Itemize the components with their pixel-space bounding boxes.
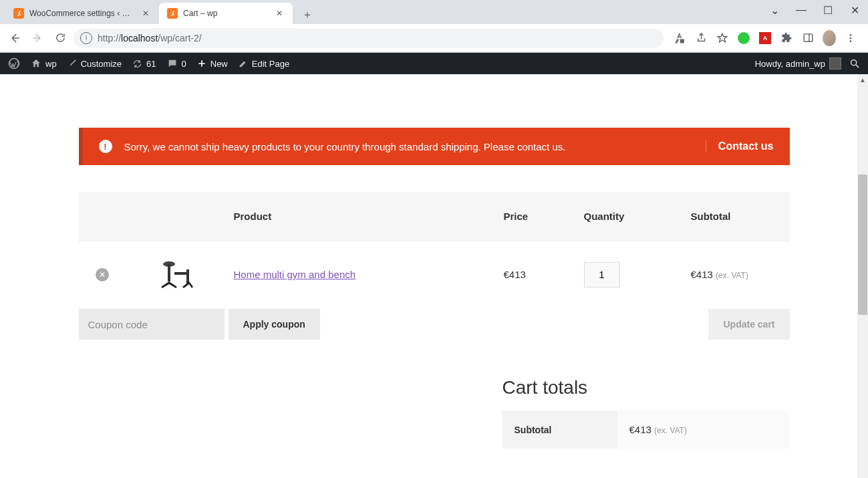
tab-close-icon[interactable]: ✕ — [274, 8, 285, 19]
updates-link[interactable]: 61 — [132, 59, 156, 69]
col-thumb-header — [126, 192, 226, 241]
col-price-header: Price — [496, 192, 576, 241]
col-remove-header — [79, 192, 126, 241]
window-maximize-icon[interactable]: ☐ — [820, 4, 836, 17]
search-toggle[interactable] — [849, 58, 860, 69]
sidepanel-icon[interactable] — [801, 31, 815, 45]
customize-link[interactable]: Customize — [67, 59, 122, 69]
reload-button[interactable] — [51, 29, 69, 47]
reload-icon — [55, 32, 66, 43]
window-minimize-icon[interactable]: — — [793, 4, 809, 17]
totals-subtotal-label: Subtotal — [502, 410, 617, 449]
extension-green-icon[interactable] — [737, 31, 750, 45]
site-info-icon[interactable]: i — [80, 32, 92, 44]
page-content: ! Sorry, we cannot ship heavy products t… — [79, 74, 790, 449]
col-subtotal-header: Subtotal — [683, 192, 790, 241]
coupon-code-input[interactable] — [79, 309, 225, 340]
pencil-icon — [239, 59, 248, 68]
toolbar-extensions: A — [668, 31, 863, 45]
cart-row: ✕ — [79, 241, 790, 308]
tab-strip: ﾒ WooCommerce settings ‹ wp — W ✕ ﾒ Cart… — [0, 0, 868, 24]
translate-icon[interactable] — [673, 31, 686, 45]
forward-button[interactable] — [28, 29, 47, 47]
svg-point-6 — [851, 60, 857, 66]
extension-pdf-icon[interactable]: A — [758, 31, 772, 45]
howdy-user[interactable]: Howdy, admin_wp — [755, 57, 841, 70]
tab-title: Cart – wp — [183, 9, 269, 18]
site-name-link[interactable]: wp — [31, 58, 57, 69]
tab-cart[interactable]: ﾒ Cart – wp ✕ — [159, 3, 293, 24]
new-tab-button[interactable]: ＋ — [298, 5, 317, 24]
profile-avatar[interactable] — [823, 31, 836, 45]
wp-admin-bar: wp Customize 61 0 New Edit Page Howdy, a… — [0, 53, 868, 74]
url-text: http://localhost/wp/cart-2/ — [98, 33, 202, 43]
extensions-puzzle-icon[interactable] — [780, 31, 793, 45]
comments-link[interactable]: 0 — [167, 58, 186, 69]
back-arrow-icon — [9, 32, 21, 44]
cart-actions-row: Apply coupon Update cart — [79, 309, 790, 340]
forward-arrow-icon — [31, 32, 43, 44]
col-quantity-header: Quantity — [576, 192, 683, 241]
window-close-icon[interactable]: ✕ — [847, 4, 863, 17]
plus-icon — [197, 59, 206, 68]
window-dropdown-icon[interactable]: ⌄ — [766, 4, 782, 17]
user-avatar-icon — [829, 57, 841, 70]
new-label: New — [210, 59, 228, 69]
remove-item-button[interactable]: ✕ — [96, 268, 109, 281]
share-icon[interactable] — [694, 31, 708, 45]
home-icon — [31, 58, 41, 69]
product-name-link[interactable]: Home multi gym and bench — [234, 269, 356, 280]
back-button[interactable] — [5, 29, 24, 47]
new-link[interactable]: New — [197, 59, 228, 69]
comment-icon — [167, 58, 178, 69]
refresh-icon — [132, 59, 142, 69]
update-cart-button[interactable]: Update cart — [708, 309, 789, 340]
window-controls: ⌄ — ☐ ✕ — [766, 4, 863, 17]
tab-woocommerce-settings[interactable]: ﾒ WooCommerce settings ‹ wp — W ✕ — [5, 3, 159, 24]
address-bar-row: i http://localhost/wp/cart-2/ A — [0, 24, 868, 52]
address-bar[interactable]: i http://localhost/wp/cart-2/ — [74, 28, 664, 48]
svg-point-4 — [850, 40, 852, 42]
edit-page-label: Edit Page — [252, 59, 289, 69]
totals-subtotal-value: €413 (ex. VAT) — [617, 410, 790, 449]
cart-totals-table: Subtotal €413 (ex. VAT) — [502, 410, 790, 449]
wp-logo[interactable] — [8, 57, 20, 70]
svg-point-2 — [850, 34, 852, 36]
cart-totals-heading: Cart totals — [502, 377, 790, 398]
browser-chrome: ⌄ — ☐ ✕ ﾒ WooCommerce settings ‹ wp — W … — [0, 0, 868, 53]
xampp-favicon-icon: ﾒ — [167, 8, 178, 19]
contact-us-link[interactable]: Contact us — [706, 140, 774, 152]
product-thumbnail[interactable] — [157, 257, 194, 289]
col-product-header: Product — [226, 192, 496, 241]
edit-page-link[interactable]: Edit Page — [239, 59, 289, 69]
quantity-input[interactable] — [584, 262, 620, 287]
search-icon — [849, 58, 860, 69]
updates-count: 61 — [146, 59, 156, 69]
tab-close-icon[interactable]: ✕ — [140, 8, 151, 19]
page-viewport: ! Sorry, we cannot ship heavy products t… — [0, 74, 868, 478]
comments-count: 0 — [182, 59, 186, 69]
item-subtotal: €413 (ex. VAT) — [683, 241, 790, 308]
svg-line-7 — [856, 65, 859, 68]
scrollbar-track[interactable]: ▲ — [857, 74, 868, 478]
star-icon[interactable] — [716, 31, 729, 45]
scrollbar-thumb[interactable] — [858, 174, 867, 315]
error-notice: ! Sorry, we cannot ship heavy products t… — [79, 128, 790, 165]
cart-table: Product Price Quantity Subtotal ✕ — [79, 192, 790, 308]
tax-note: (ex. VAT) — [654, 426, 687, 435]
howdy-label: Howdy, admin_wp — [755, 59, 825, 69]
tab-title: WooCommerce settings ‹ wp — W — [29, 9, 135, 18]
svg-point-3 — [850, 37, 852, 39]
site-name-label: wp — [45, 59, 57, 69]
apply-coupon-button[interactable]: Apply coupon — [229, 309, 320, 340]
item-price: €413 — [496, 241, 576, 308]
tax-note: (ex. VAT) — [716, 271, 748, 280]
brush-icon — [67, 59, 77, 68]
svg-rect-10 — [168, 264, 170, 281]
svg-rect-0 — [804, 34, 813, 41]
xampp-favicon-icon: ﾒ — [13, 8, 24, 19]
scroll-up-arrow-icon[interactable]: ▲ — [857, 74, 868, 85]
customize-label: Customize — [81, 59, 122, 69]
error-text: Sorry, we cannot ship heavy products to … — [124, 141, 694, 152]
chrome-menu-icon[interactable] — [844, 31, 857, 45]
